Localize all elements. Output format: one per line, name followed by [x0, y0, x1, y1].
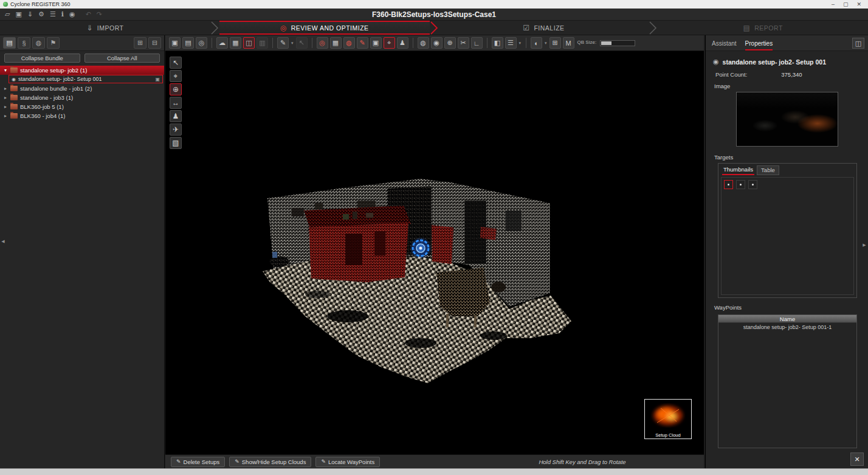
orbit-tool-icon[interactable]: ⊕: [170, 83, 182, 95]
project-tree-tab[interactable]: ▤: [3, 37, 16, 49]
target-bw-icon[interactable]: ◍: [343, 37, 355, 49]
expand-all-icon[interactable]: ⊞: [134, 37, 146, 49]
target-thumbnail[interactable]: [724, 180, 733, 189]
info-icon[interactable]: ℹ: [61, 11, 64, 18]
minimize-button[interactable]: –: [832, 1, 835, 7]
delete-setups-label: Delete Setups: [184, 459, 220, 465]
chevron-down-icon[interactable]: ▾: [291, 41, 294, 46]
target-checker-icon[interactable]: ▦: [330, 37, 342, 49]
redo-icon[interactable]: ↷: [97, 11, 102, 18]
expand-view-icon[interactable]: ⊕: [444, 37, 456, 49]
measure-icon[interactable]: ✎: [277, 37, 289, 49]
list-view-icon[interactable]: ☰: [505, 37, 517, 49]
chevron-down-icon[interactable]: ▾: [519, 41, 522, 46]
fence-select-icon[interactable]: ▤: [182, 37, 194, 49]
gray-view-icon[interactable]: ▦: [230, 37, 241, 49]
edit-icon: ✎: [176, 459, 181, 465]
finalize-step-icon: ☑: [523, 24, 529, 32]
tags-tab[interactable]: ⚑: [47, 37, 60, 49]
show-hide-setup-clouds-button[interactable]: ✎ Show/Hide Setup Clouds: [229, 457, 311, 467]
waypoints-box: Name standalone setup- job2- Setup 001-1: [718, 314, 857, 448]
target-edit-icon[interactable]: ✎: [357, 37, 368, 49]
pick-tool-icon[interactable]: ⌖: [170, 70, 182, 82]
tree-bundle-job2[interactable]: ▾ standalone setup- job2 (1): [0, 66, 164, 75]
tree-bundle-blk360-job4[interactable]: ▸ BLK360 - job4 (1): [0, 111, 164, 120]
maximize-button[interactable]: ▢: [843, 1, 849, 7]
link-user-icon[interactable]: ♟: [397, 37, 408, 49]
collapse-left-panel-handle[interactable]: ◀: [0, 234, 6, 249]
waypoint-list-item[interactable]: standalone setup- job2- Setup 001-1: [718, 323, 856, 331]
tree-bundle-job3[interactable]: ▸ standalone - job3 (1): [0, 93, 164, 102]
attachments-tab[interactable]: §: [18, 37, 30, 49]
pick-measure-icon[interactable]: ↖: [296, 37, 308, 49]
target-circle-icon[interactable]: ◎: [317, 37, 328, 49]
close-window-button[interactable]: ✕: [856, 1, 861, 7]
web-tab[interactable]: ◍: [32, 37, 45, 49]
locate-waypoints-button[interactable]: ✎ Locate WayPoints: [315, 457, 380, 467]
tree-bundle-blk360-job5[interactable]: ▸ BLK360-job 5 (1): [0, 102, 164, 111]
expander-icon[interactable]: ▸: [3, 86, 8, 91]
visual-align-icon[interactable]: ◐: [531, 37, 542, 49]
cube-view-tool-icon[interactable]: ▧: [170, 137, 182, 149]
collapse-right-panel-handle[interactable]: ▶: [861, 237, 867, 253]
split-view-icon[interactable]: ◫: [243, 37, 255, 49]
collapse-bundle-button[interactable]: Collapse Bundle: [4, 54, 80, 63]
tree-bundle-job3-label: standalone - job3 (1): [20, 94, 73, 101]
waypoint-icon[interactable]: ⌖: [384, 37, 395, 49]
cloud-align-icon[interactable]: ⊞: [549, 37, 561, 49]
expander-icon[interactable]: ▸: [3, 104, 8, 109]
expander-icon[interactable]: ▸: [3, 113, 8, 119]
target-thumbnail[interactable]: [736, 180, 745, 189]
view-tool-strip: ↖ ⌖ ⊕ ↔ ♟ ✈ ▧: [170, 57, 182, 149]
tree-setup-001[interactable]: ◉ standalone setup- job2- Setup 001 ▣: [9, 75, 163, 83]
model-align-icon[interactable]: M: [563, 37, 574, 49]
level-icon[interactable]: ∟: [471, 37, 483, 49]
workflow-step-import[interactable]: ⇓ IMPORT: [0, 21, 210, 35]
tab-assistant[interactable]: Assistant: [712, 40, 737, 50]
open-folder-icon[interactable]: ▱: [5, 11, 10, 18]
copy-setup-icon[interactable]: ▣: [169, 37, 181, 49]
expander-icon[interactable]: ▾: [3, 68, 8, 73]
pano-icon[interactable]: ◉: [431, 37, 443, 49]
tree-bundle-job1[interactable]: ▸ standalone bundle - job1 (2): [0, 84, 164, 93]
setup-icon: ◉: [713, 58, 719, 66]
menubar: ▱ ▣ ⇓ ⚙ ☰ ℹ ◉ ↶ ↷: [0, 9, 868, 21]
point-size-slider[interactable]: [600, 40, 635, 46]
undo-icon[interactable]: ↶: [86, 11, 91, 18]
measure-tool-icon[interactable]: ↔: [170, 97, 182, 109]
workflow-step-review-and-optimize[interactable]: ◎ REVIEW AND OPTIMIZE: [219, 21, 430, 35]
expander-icon[interactable]: ▸: [3, 95, 8, 100]
tab-thumbnails[interactable]: Thumbnails: [722, 166, 754, 175]
review-step-icon: ◎: [280, 24, 287, 32]
camera-icon[interactable]: ▣: [370, 37, 382, 49]
pointer-tool-icon[interactable]: ↖: [170, 57, 182, 69]
setup-image-thumbnail[interactable]: [736, 92, 838, 147]
bundle-view-icon[interactable]: ◧: [492, 37, 503, 49]
settings-icon[interactable]: ⚙: [38, 11, 44, 18]
collapse-all-button[interactable]: Collapse All: [84, 54, 160, 63]
point-cloud-render[interactable]: [165, 51, 704, 454]
list-icon[interactable]: ☰: [50, 11, 56, 18]
workflow-step-finalize[interactable]: ☑ FINALIZE: [439, 21, 649, 35]
panel-layout-icon[interactable]: ◫: [852, 38, 864, 49]
import-icon[interactable]: ⇓: [27, 11, 33, 18]
chevron-down-icon[interactable]: ▾: [545, 41, 547, 46]
help-icon[interactable]: ◉: [69, 11, 75, 18]
globe-icon[interactable]: ◍: [418, 37, 429, 49]
viewport-canvas[interactable]: ↖ ⌖ ⊕ ↔ ♟ ✈ ▧: [165, 51, 704, 454]
person-view-tool-icon[interactable]: ♟: [170, 110, 182, 122]
delete-setups-button[interactable]: ✎ Delete Setups: [171, 457, 225, 467]
setup-cloud-minimap[interactable]: Setup Cloud: [644, 399, 692, 439]
tab-table[interactable]: Table: [757, 165, 779, 175]
cleanup-icon[interactable]: ✂: [458, 37, 469, 49]
fly-tool-icon[interactable]: ✈: [170, 123, 182, 136]
save-icon[interactable]: ▣: [15, 11, 21, 18]
collapse-all-icon[interactable]: ⊟: [148, 37, 161, 49]
target-thumbnail[interactable]: [748, 180, 757, 189]
cloud-view-icon[interactable]: ☁: [216, 37, 228, 49]
zoom-region-icon[interactable]: ◎: [196, 37, 207, 49]
close-panel-button[interactable]: ✕: [850, 452, 864, 466]
tab-properties[interactable]: Properties: [745, 40, 773, 50]
quad-view-icon[interactable]: ▥: [257, 37, 268, 49]
workflow-step-report[interactable]: ▤ REPORT: [658, 21, 868, 35]
